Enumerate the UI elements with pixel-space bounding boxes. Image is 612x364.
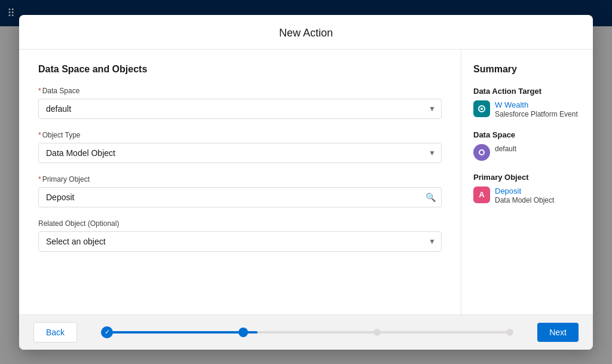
required-star-2: * — [38, 131, 41, 139]
required-star: * — [38, 87, 41, 95]
summary-data-space-name: default — [495, 145, 581, 153]
progress-step-3 — [374, 329, 381, 336]
summary-data-action-section: Data Action Target W Wealth Salesforce P… — [473, 87, 581, 118]
summary-data-action-sub: Salesforce Platform Event — [495, 110, 581, 118]
left-panel: Data Space and Objects *Data Space defau… — [19, 50, 461, 314]
summary-primary-object-label: Primary Object — [473, 173, 581, 182]
new-action-modal: New Action Data Space and Objects *Data … — [19, 15, 593, 350]
modal-header: New Action — [19, 15, 593, 50]
back-button[interactable]: Back — [33, 322, 77, 342]
progress-track: ✓ — [101, 326, 513, 338]
related-object-select-wrapper: Select an object ▼ — [38, 231, 442, 252]
primary-object-icon: A — [473, 186, 490, 203]
summary-primary-object-text: Deposit Data Model Object — [495, 186, 581, 204]
object-type-label: *Object Type — [38, 131, 442, 139]
svg-point-2 — [479, 150, 484, 155]
summary-data-action-item: W Wealth Salesforce Platform Event — [473, 100, 581, 118]
object-type-group: *Object Type Data Model Object ▼ — [38, 131, 442, 163]
related-object-group: Related Object (Optional) Select an obje… — [38, 219, 442, 252]
modal-footer: Back ✓ Next — [19, 314, 593, 350]
object-type-select-wrapper: Data Model Object ▼ — [38, 143, 442, 163]
primary-object-input[interactable] — [38, 187, 442, 207]
modal-body: Data Space and Objects *Data Space defau… — [19, 50, 593, 314]
data-action-target-icon — [473, 100, 490, 117]
left-panel-title: Data Space and Objects — [38, 64, 442, 75]
modal-title: New Action — [33, 27, 579, 39]
summary-title: Summary — [473, 64, 581, 75]
data-space-select-wrapper: default ▼ — [38, 99, 442, 119]
data-space-label: *Data Space — [38, 87, 442, 95]
summary-primary-object-name[interactable]: Deposit — [495, 186, 581, 195]
next-button[interactable]: Next — [537, 323, 579, 342]
summary-data-space-label: Data Space — [473, 130, 581, 139]
related-object-select[interactable]: Select an object — [38, 231, 442, 252]
summary-data-space-section: Data Space default — [473, 130, 581, 161]
progress-container: ✓ — [77, 326, 537, 338]
progress-step-1-complete: ✓ — [101, 326, 113, 338]
data-space-group: *Data Space default ▼ — [38, 87, 442, 119]
object-type-select[interactable]: Data Model Object — [38, 143, 442, 163]
summary-data-space-item: default — [473, 144, 581, 161]
search-icon: 🔍 — [426, 192, 436, 202]
required-star-3: * — [38, 175, 41, 183]
summary-data-space-text: default — [495, 144, 581, 153]
summary-primary-object-sub: Data Model Object — [495, 196, 581, 204]
svg-point-1 — [481, 108, 483, 110]
primary-object-group: *Primary Object 🔍 — [38, 175, 442, 207]
modal-overlay: New Action Data Space and Objects *Data … — [0, 0, 612, 364]
data-space-select[interactable]: default — [38, 99, 442, 119]
progress-step-2-active — [238, 328, 248, 337]
data-space-icon — [473, 144, 490, 161]
summary-primary-object-section: Primary Object A Deposit Data Model Obje… — [473, 173, 581, 204]
summary-data-action-text: W Wealth Salesforce Platform Event — [495, 100, 581, 118]
primary-object-search-wrapper: 🔍 — [38, 187, 442, 207]
summary-panel: Summary Data Action Target W Wealth — [461, 50, 593, 314]
summary-data-action-name[interactable]: W Wealth — [495, 100, 581, 109]
summary-primary-object-item: A Deposit Data Model Object — [473, 186, 581, 204]
summary-data-action-label: Data Action Target — [473, 87, 581, 96]
progress-step-4 — [506, 329, 513, 336]
progress-dots: ✓ — [101, 326, 513, 338]
primary-object-label: *Primary Object — [38, 175, 442, 183]
related-object-label: Related Object (Optional) — [38, 219, 442, 228]
